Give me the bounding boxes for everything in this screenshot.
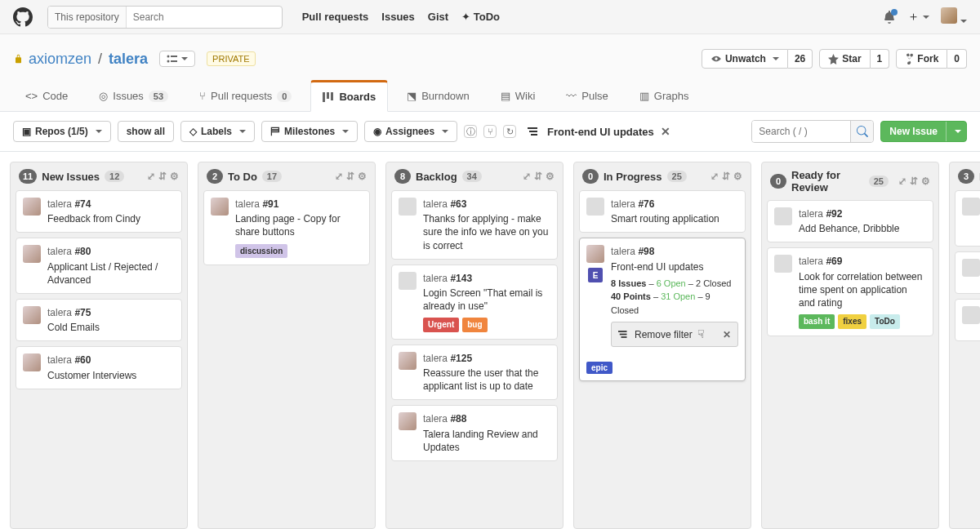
info-icon-button[interactable]: ⓘ xyxy=(464,125,477,138)
card-title: Smart routing application xyxy=(611,212,738,225)
card-number: #60 xyxy=(74,354,91,366)
card-repo: talera xyxy=(47,198,72,210)
issue-card[interactable]: talera #73Can applicants log back in to … xyxy=(955,190,980,247)
tab-issues[interactable]: ◎Issues53 xyxy=(87,80,180,111)
issue-card[interactable]: talera #76Smart routing application xyxy=(579,190,746,233)
issue-card[interactable]: talera #60Customer Interviews xyxy=(16,346,182,389)
issue-card[interactable]: talera #92Add Behance, Dribbble xyxy=(767,200,933,242)
tab-boards[interactable]: Boards xyxy=(310,80,388,112)
sort-icon[interactable]: ⇵ xyxy=(346,171,354,182)
issue-card[interactable]: talera #125Reassure the user that the ap… xyxy=(391,345,558,401)
issue-card[interactable]: talera #143Login Screen "That email is a… xyxy=(391,264,558,340)
private-label: PRIVATE xyxy=(207,51,255,66)
card-title: Login Screen "That email is already in u… xyxy=(423,287,550,313)
card-repo: talera xyxy=(47,307,72,318)
sort-icon[interactable]: ⇵ xyxy=(158,171,167,182)
card-number: #91 xyxy=(262,198,278,210)
epic-stats: 8 Issues – 6 Open – 2 Closed 40 Points –… xyxy=(611,277,738,318)
avatar-icon xyxy=(23,245,41,263)
svg-rect-6 xyxy=(331,92,333,100)
repo-actions: Unwatch 26 Star 1 Fork 0 xyxy=(702,49,967,69)
github-logo-icon[interactable] xyxy=(13,6,36,29)
merge-icon-button[interactable]: ⑂ xyxy=(483,125,497,138)
gear-icon[interactable]: ⚙ xyxy=(358,171,367,182)
search-input[interactable] xyxy=(127,11,282,23)
gear-icon[interactable]: ⚙ xyxy=(170,171,179,182)
issue-card[interactable]: talera #74Feedback from Cindy xyxy=(16,190,182,233)
new-issue-button[interactable]: New Issue xyxy=(880,121,967,142)
card-number: #125 xyxy=(450,353,472,364)
notifications-icon[interactable] xyxy=(883,11,896,24)
collapse-icon[interactable]: ⤢ xyxy=(335,171,343,182)
card-title: Look for correlation between time spent … xyxy=(799,270,926,310)
repos-filter-label: Repos (1/5) xyxy=(35,126,88,137)
sort-icon[interactable]: ⇵ xyxy=(534,171,542,182)
collapse-icon[interactable]: ⤢ xyxy=(710,171,719,182)
tab-graphs[interactable]: ▥Graphs xyxy=(627,80,702,111)
board-search-input[interactable] xyxy=(752,121,850,142)
fork-button[interactable]: Fork xyxy=(896,49,947,69)
column-count: 34 xyxy=(462,171,482,182)
create-new-menu[interactable]: ＋ xyxy=(907,9,929,24)
nav-todo[interactable]: ✦ ToDo xyxy=(461,11,500,23)
issue-card[interactable]: talera #80Applicant List / Rejected / Ad… xyxy=(16,238,182,294)
label-bashit: bash it xyxy=(799,314,835,329)
git-pull-icon: ⑂ xyxy=(199,90,206,102)
tab-wiki[interactable]: ▤Wiki xyxy=(488,80,548,111)
repo-owner-link[interactable]: axiomzen xyxy=(29,51,91,68)
view-mode-button[interactable] xyxy=(159,51,195,67)
nav-pull-requests[interactable]: Pull requests xyxy=(302,11,369,23)
issue-card[interactable]: talera #88Talera landing Review and Upda… xyxy=(391,405,558,461)
assignees-filter-button[interactable]: ◉Assignees xyxy=(364,121,457,142)
tab-burndown[interactable]: ⬔Burndown xyxy=(394,80,482,111)
search-field[interactable]: This repository xyxy=(47,6,283,29)
nav-gist[interactable]: Gist xyxy=(428,11,448,23)
watch-count[interactable]: 26 xyxy=(788,49,813,69)
gear-icon[interactable]: ⚙ xyxy=(733,171,742,182)
issue-card[interactable]: talera #91Landing page - Copy for share … xyxy=(203,190,370,265)
board-scroll[interactable]: 11 New Issues 12 ⤢⇵⚙ talera #74Feedback … xyxy=(0,152,980,529)
clear-filter-button[interactable]: ✕ xyxy=(661,125,670,138)
sort-icon[interactable]: ⇵ xyxy=(722,171,730,182)
issue-card[interactable]: talera #75Cold Emails xyxy=(16,299,182,341)
star-count[interactable]: 1 xyxy=(871,49,890,69)
issue-card[interactable]: talera #63Thanks for applying - make sur… xyxy=(391,190,558,260)
gear-icon[interactable]: ⚙ xyxy=(921,176,930,187)
svg-point-0 xyxy=(167,56,170,58)
tab-issues-label: Issues xyxy=(113,90,144,102)
issue-card[interactable]: talera #69Look for correlation between t… xyxy=(767,247,933,336)
collapse-icon[interactable]: ⤢ xyxy=(898,176,906,187)
tab-code[interactable]: <>Code xyxy=(13,80,80,111)
refresh-icon-button[interactable]: ↻ xyxy=(503,125,516,138)
tab-pulls-label: Pull requests xyxy=(211,90,272,102)
tab-pulse[interactable]: 〰Pulse xyxy=(554,80,621,111)
search-scope[interactable]: This repository xyxy=(48,7,127,28)
collapse-icon[interactable]: ⤢ xyxy=(523,171,531,182)
card-number: #74 xyxy=(74,198,91,210)
card-number: #98 xyxy=(638,246,654,257)
star-button[interactable]: Star xyxy=(819,49,870,69)
board-search[interactable] xyxy=(751,120,874,143)
repos-filter-button[interactable]: ▣Repos (1/5) xyxy=(13,121,111,142)
repo-name-link[interactable]: talera xyxy=(109,51,148,68)
labels-filter-button[interactable]: ◇Labels xyxy=(180,121,255,142)
close-icon[interactable]: ✕ xyxy=(723,328,731,341)
sort-icon[interactable]: ⇵ xyxy=(910,176,918,187)
milestones-filter-button[interactable]: ⛿Milestones xyxy=(261,121,358,142)
show-all-button[interactable]: show all xyxy=(118,121,174,142)
gear-icon[interactable]: ⚙ xyxy=(546,171,555,182)
new-issue-dropdown[interactable] xyxy=(946,122,966,141)
remove-filter-button[interactable]: Remove filter ☟ ✕ xyxy=(611,322,738,347)
watch-button[interactable]: Unwatch xyxy=(702,49,788,69)
epic-card[interactable]: E talera #98 Front-end UI updates 8 Issu… xyxy=(579,238,746,381)
issue-card[interactable]: talera #47User History xyxy=(955,251,980,294)
fork-count[interactable]: 0 xyxy=(947,49,967,69)
graph-icon: ▥ xyxy=(639,90,649,102)
collapse-icon[interactable]: ⤢ xyxy=(147,171,155,182)
user-menu[interactable] xyxy=(941,7,967,26)
star-label: Star xyxy=(842,53,861,64)
nav-issues[interactable]: Issues xyxy=(381,11,414,23)
tab-pulls[interactable]: ⑂Pull requests0 xyxy=(187,80,304,111)
issue-card[interactable]: talera #70Implement In xyxy=(955,299,980,341)
search-icon[interactable] xyxy=(850,121,873,142)
